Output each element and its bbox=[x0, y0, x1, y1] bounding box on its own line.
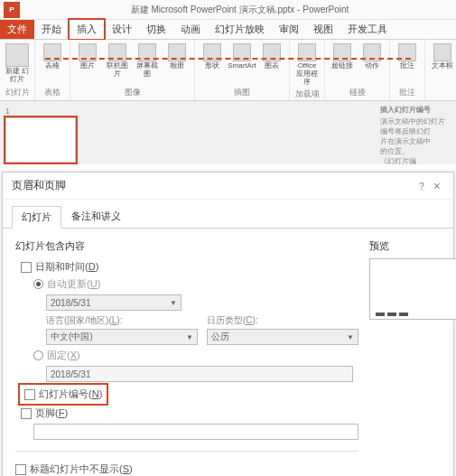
no-title-label: 标题幻灯片中不显示(S) bbox=[30, 462, 133, 476]
calendar-combo[interactable]: 公历 ▼ bbox=[207, 329, 358, 345]
no-title-row: 标题幻灯片中不显示(S) bbox=[15, 462, 358, 476]
preview-label: 预览 bbox=[369, 239, 456, 253]
fixed-date-row: 2018/5/31 bbox=[46, 366, 358, 382]
lang-cal-row: 语言(国家/地区)(L): 中文(中国) ▼ 日历类型(C): 公历 ▼ bbox=[46, 314, 358, 345]
shapes-button[interactable]: 形状 bbox=[199, 42, 226, 72]
dialog-tabs: 幻灯片 备注和讲义 bbox=[3, 200, 453, 229]
tab-review[interactable]: 审阅 bbox=[272, 20, 306, 39]
tab-view[interactable]: 视图 bbox=[306, 20, 340, 39]
footer-label: 页脚(F) bbox=[35, 406, 68, 420]
group-text: 文本框 页眉和页脚 艺术字 日期和时间 幻灯片 编号 对象 文本 bbox=[425, 40, 456, 100]
group-links: 超链接 动作 链接 bbox=[325, 40, 390, 100]
picture-button[interactable]: 图片 bbox=[74, 42, 101, 72]
tab-dev[interactable]: 开发工具 bbox=[340, 20, 395, 39]
group-label: 表格 bbox=[44, 87, 60, 98]
tab-slideshow[interactable]: 幻灯片放映 bbox=[208, 20, 272, 39]
tab-slides-dialog[interactable]: 幻灯片 bbox=[12, 206, 61, 229]
date-time-checkbox[interactable] bbox=[21, 262, 32, 273]
tab-design[interactable]: 设计 bbox=[105, 20, 139, 39]
ribbon-tabs: 文件 开始 插入 设计 切换 动画 幻灯片放映 审阅 视图 开发工具 bbox=[0, 20, 456, 40]
header-footer-dialog: 页眉和页脚 ? × 幻灯片 备注和讲义 幻灯片包含内容 日期和时间(D) 自动更… bbox=[2, 172, 454, 476]
fixed-row: 固定(X) bbox=[33, 349, 358, 362]
fixed-label: 固定(X) bbox=[47, 349, 80, 362]
calendar-value: 公历 bbox=[211, 331, 229, 343]
form-area: 幻灯片包含内容 日期和时间(D) 自动更新(U) 2018/5/31 ▼ 语言(… bbox=[15, 239, 358, 476]
preview-placeholders bbox=[376, 313, 408, 316]
dialog-titlebar: 页眉和页脚 ? × bbox=[3, 173, 453, 200]
divider bbox=[15, 451, 358, 452]
slide-number-label: 幻灯片编号(N) bbox=[39, 387, 102, 401]
group-tables: 表格 表格 bbox=[35, 40, 70, 100]
tab-insert[interactable]: 插入 bbox=[69, 19, 105, 40]
group-label: 链接 bbox=[349, 87, 366, 98]
group-label: 插图 bbox=[234, 87, 250, 98]
fixed-radio[interactable] bbox=[33, 350, 43, 360]
tooltip-line: 演示文稿中的幻灯片 bbox=[380, 117, 452, 126]
tab-file[interactable]: 文件 bbox=[0, 20, 34, 39]
calendar-label: 日历类型(C): bbox=[207, 314, 358, 327]
slide-thumbnail-pane[interactable]: 1 bbox=[0, 101, 81, 164]
auto-update-row: 自动更新(U) bbox=[33, 277, 358, 291]
table-button[interactable]: 表格 bbox=[39, 42, 66, 72]
group-addins: Office 应用程序 加载项 bbox=[290, 40, 325, 100]
footer-input[interactable] bbox=[33, 424, 358, 440]
screenshot-button[interactable]: 屏幕截图 bbox=[134, 42, 161, 80]
textbox-button[interactable]: 文本框 bbox=[429, 42, 456, 72]
section-title: 幻灯片包含内容 bbox=[15, 239, 358, 253]
dialog-body: 幻灯片包含内容 日期和时间(D) 自动更新(U) 2018/5/31 ▼ 语言(… bbox=[3, 229, 453, 476]
workspace: 1 插入幻灯片编号 演示文稿中的幻灯片 编号将反映幻灯 片在演示文稿中 的位置。… bbox=[0, 101, 456, 164]
language-combo[interactable]: 中文(中国) ▼ bbox=[46, 329, 198, 345]
no-title-checkbox[interactable] bbox=[15, 464, 26, 475]
close-button[interactable]: × bbox=[430, 179, 444, 193]
tab-start[interactable]: 开始 bbox=[34, 20, 69, 39]
titlebar: P 新建 Microsoft PowerPoint 演示文稿.pptx - Po… bbox=[0, 0, 456, 20]
chevron-down-icon: ▼ bbox=[186, 333, 193, 341]
auto-update-label: 自动更新(U) bbox=[47, 277, 100, 291]
date-time-label: 日期和时间(D) bbox=[35, 260, 98, 274]
group-label: 批注 bbox=[399, 87, 415, 98]
tab-transitions[interactable]: 切换 bbox=[139, 20, 173, 39]
fixed-date-input[interactable]: 2018/5/31 bbox=[46, 366, 353, 382]
new-slide-button[interactable]: 新建 幻灯片 bbox=[4, 42, 31, 86]
tab-notes-handouts[interactable]: 备注和讲义 bbox=[61, 205, 131, 228]
tooltip-line: 《幻灯片编 bbox=[380, 156, 452, 166]
ribbon: 新建 幻灯片 幻灯片 表格 表格 图片 联机图片 屏幕截图 相册 图像 形状 S… bbox=[0, 40, 456, 101]
fixed-date-value: 2018/5/31 bbox=[51, 369, 91, 379]
footer-input-row bbox=[33, 424, 358, 440]
chart-button[interactable]: 图表 bbox=[258, 42, 285, 72]
online-picture-button[interactable]: 联机图片 bbox=[104, 42, 131, 80]
comment-button[interactable]: 批注 bbox=[394, 42, 421, 72]
group-label: 幻灯片 bbox=[5, 87, 30, 98]
footer-row: 页脚(F) bbox=[21, 406, 358, 420]
office-addins-button[interactable]: Office 应用程序 bbox=[293, 42, 321, 88]
slide-thumbnail[interactable] bbox=[5, 117, 76, 163]
preview-box bbox=[369, 258, 456, 320]
app-icon: P bbox=[4, 2, 20, 18]
tooltip-line: 编号将反映幻灯 bbox=[380, 126, 452, 136]
dialog-title: 页眉和页脚 bbox=[12, 178, 414, 193]
date-time-row: 日期和时间(D) bbox=[21, 260, 358, 274]
tab-animations[interactable]: 动画 bbox=[173, 20, 208, 39]
slide-number-row: 幻灯片编号(N) bbox=[21, 386, 358, 403]
date-format-combo[interactable]: 2018/5/31 ▼ bbox=[46, 294, 181, 311]
group-comments: 批注 批注 bbox=[390, 40, 425, 100]
window-title: 新建 Microsoft PowerPoint 演示文稿.pptx - Powe… bbox=[23, 4, 456, 16]
slide-number-checkbox[interactable] bbox=[24, 389, 35, 400]
smartart-button[interactable]: SmartArt bbox=[228, 42, 256, 72]
tooltip-title: 插入幻灯片编号 bbox=[380, 105, 452, 115]
action-button[interactable]: 动作 bbox=[358, 42, 386, 72]
tooltip-line: 的位置。 bbox=[380, 146, 452, 156]
group-label: 加载项 bbox=[295, 89, 320, 100]
chevron-down-icon: ▼ bbox=[170, 299, 177, 307]
footer-checkbox[interactable] bbox=[21, 408, 32, 419]
hyperlink-button[interactable]: 超链接 bbox=[329, 42, 356, 72]
help-icon[interactable]: ? bbox=[414, 181, 430, 191]
language-value: 中文(中国) bbox=[51, 331, 93, 343]
tooltip-line: 片在演示文稿中 bbox=[380, 136, 452, 146]
album-button[interactable]: 相册 bbox=[163, 42, 191, 72]
language-label: 语言(国家/地区)(L): bbox=[46, 314, 198, 327]
auto-update-radio[interactable] bbox=[33, 279, 43, 289]
group-illustrations: 形状 SmartArt 图表 插图 bbox=[195, 40, 290, 100]
preview-pane: 预览 bbox=[369, 239, 456, 476]
group-label: 图像 bbox=[125, 87, 141, 98]
